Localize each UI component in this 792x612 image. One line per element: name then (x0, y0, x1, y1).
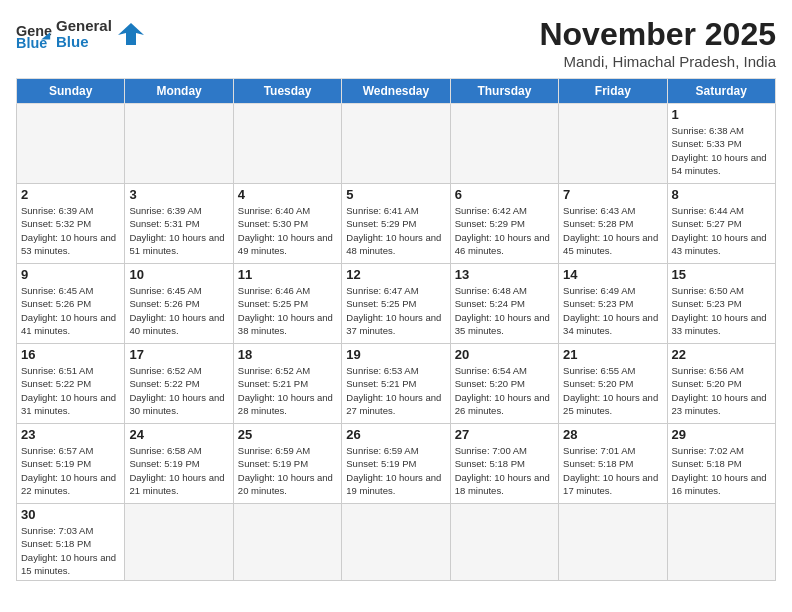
calendar-cell: 30Sunrise: 7:03 AMSunset: 5:18 PMDayligh… (17, 504, 125, 581)
calendar-cell: 16Sunrise: 6:51 AMSunset: 5:22 PMDayligh… (17, 344, 125, 424)
calendar-cell (450, 104, 558, 184)
day-info: Sunrise: 6:39 AMSunset: 5:31 PMDaylight:… (129, 204, 228, 257)
calendar-cell (125, 504, 233, 581)
day-info: Sunrise: 6:54 AMSunset: 5:20 PMDaylight:… (455, 364, 554, 417)
calendar-cell (667, 504, 775, 581)
day-number: 30 (21, 507, 120, 522)
day-number: 8 (672, 187, 771, 202)
day-info: Sunrise: 6:59 AMSunset: 5:19 PMDaylight:… (346, 444, 445, 497)
calendar-cell: 5Sunrise: 6:41 AMSunset: 5:29 PMDaylight… (342, 184, 450, 264)
logo-general: General (56, 18, 112, 35)
weekday-header-tuesday: Tuesday (233, 79, 341, 104)
calendar-cell: 6Sunrise: 6:42 AMSunset: 5:29 PMDaylight… (450, 184, 558, 264)
calendar-cell: 7Sunrise: 6:43 AMSunset: 5:28 PMDaylight… (559, 184, 667, 264)
calendar-cell: 27Sunrise: 7:00 AMSunset: 5:18 PMDayligh… (450, 424, 558, 504)
calendar-week-1: 1Sunrise: 6:38 AMSunset: 5:33 PMDaylight… (17, 104, 776, 184)
calendar-cell: 26Sunrise: 6:59 AMSunset: 5:19 PMDayligh… (342, 424, 450, 504)
calendar-cell: 20Sunrise: 6:54 AMSunset: 5:20 PMDayligh… (450, 344, 558, 424)
calendar-cell (125, 104, 233, 184)
title-block: November 2025 Mandi, Himachal Pradesh, I… (539, 16, 776, 70)
weekday-header-wednesday: Wednesday (342, 79, 450, 104)
day-info: Sunrise: 6:45 AMSunset: 5:26 PMDaylight:… (129, 284, 228, 337)
day-number: 4 (238, 187, 337, 202)
day-number: 22 (672, 347, 771, 362)
calendar-cell (342, 504, 450, 581)
calendar-cell: 14Sunrise: 6:49 AMSunset: 5:23 PMDayligh… (559, 264, 667, 344)
day-number: 29 (672, 427, 771, 442)
day-info: Sunrise: 6:49 AMSunset: 5:23 PMDaylight:… (563, 284, 662, 337)
day-number: 17 (129, 347, 228, 362)
header: General Blue General Blue November 2025 … (16, 16, 776, 70)
weekday-header-row: SundayMondayTuesdayWednesdayThursdayFrid… (17, 79, 776, 104)
calendar-cell: 8Sunrise: 6:44 AMSunset: 5:27 PMDaylight… (667, 184, 775, 264)
calendar-cell (17, 104, 125, 184)
day-number: 12 (346, 267, 445, 282)
weekday-header-sunday: Sunday (17, 79, 125, 104)
logo: General Blue General Blue (16, 16, 146, 52)
calendar-cell (450, 504, 558, 581)
calendar-week-3: 9Sunrise: 6:45 AMSunset: 5:26 PMDaylight… (17, 264, 776, 344)
day-info: Sunrise: 6:50 AMSunset: 5:23 PMDaylight:… (672, 284, 771, 337)
day-info: Sunrise: 6:38 AMSunset: 5:33 PMDaylight:… (672, 124, 771, 177)
day-number: 13 (455, 267, 554, 282)
day-info: Sunrise: 6:51 AMSunset: 5:22 PMDaylight:… (21, 364, 120, 417)
day-info: Sunrise: 6:59 AMSunset: 5:19 PMDaylight:… (238, 444, 337, 497)
day-number: 3 (129, 187, 228, 202)
day-number: 16 (21, 347, 120, 362)
day-number: 21 (563, 347, 662, 362)
calendar-body: 1Sunrise: 6:38 AMSunset: 5:33 PMDaylight… (17, 104, 776, 581)
calendar-cell: 23Sunrise: 6:57 AMSunset: 5:19 PMDayligh… (17, 424, 125, 504)
day-info: Sunrise: 6:44 AMSunset: 5:27 PMDaylight:… (672, 204, 771, 257)
calendar-cell: 9Sunrise: 6:45 AMSunset: 5:26 PMDaylight… (17, 264, 125, 344)
calendar-cell: 18Sunrise: 6:52 AMSunset: 5:21 PMDayligh… (233, 344, 341, 424)
day-number: 27 (455, 427, 554, 442)
day-info: Sunrise: 7:02 AMSunset: 5:18 PMDaylight:… (672, 444, 771, 497)
day-info: Sunrise: 6:39 AMSunset: 5:32 PMDaylight:… (21, 204, 120, 257)
day-info: Sunrise: 7:01 AMSunset: 5:18 PMDaylight:… (563, 444, 662, 497)
svg-text:Blue: Blue (16, 35, 47, 51)
calendar-cell: 3Sunrise: 6:39 AMSunset: 5:31 PMDaylight… (125, 184, 233, 264)
calendar-cell: 2Sunrise: 6:39 AMSunset: 5:32 PMDaylight… (17, 184, 125, 264)
day-number: 15 (672, 267, 771, 282)
calendar-cell: 1Sunrise: 6:38 AMSunset: 5:33 PMDaylight… (667, 104, 775, 184)
logo-blue: Blue (56, 34, 112, 51)
day-info: Sunrise: 6:47 AMSunset: 5:25 PMDaylight:… (346, 284, 445, 337)
day-number: 28 (563, 427, 662, 442)
day-info: Sunrise: 7:00 AMSunset: 5:18 PMDaylight:… (455, 444, 554, 497)
svg-marker-3 (118, 23, 144, 45)
day-number: 20 (455, 347, 554, 362)
day-info: Sunrise: 6:42 AMSunset: 5:29 PMDaylight:… (455, 204, 554, 257)
day-info: Sunrise: 6:53 AMSunset: 5:21 PMDaylight:… (346, 364, 445, 417)
day-info: Sunrise: 6:45 AMSunset: 5:26 PMDaylight:… (21, 284, 120, 337)
day-number: 25 (238, 427, 337, 442)
day-number: 10 (129, 267, 228, 282)
location-title: Mandi, Himachal Pradesh, India (539, 53, 776, 70)
weekday-header-saturday: Saturday (667, 79, 775, 104)
day-number: 7 (563, 187, 662, 202)
calendar-cell: 13Sunrise: 6:48 AMSunset: 5:24 PMDayligh… (450, 264, 558, 344)
day-number: 14 (563, 267, 662, 282)
day-info: Sunrise: 6:46 AMSunset: 5:25 PMDaylight:… (238, 284, 337, 337)
calendar-week-2: 2Sunrise: 6:39 AMSunset: 5:32 PMDaylight… (17, 184, 776, 264)
day-number: 11 (238, 267, 337, 282)
day-info: Sunrise: 6:52 AMSunset: 5:21 PMDaylight:… (238, 364, 337, 417)
calendar-cell: 12Sunrise: 6:47 AMSunset: 5:25 PMDayligh… (342, 264, 450, 344)
calendar-cell: 11Sunrise: 6:46 AMSunset: 5:25 PMDayligh… (233, 264, 341, 344)
calendar-cell (233, 104, 341, 184)
weekday-header-thursday: Thursday (450, 79, 558, 104)
month-title: November 2025 (539, 16, 776, 53)
day-info: Sunrise: 6:57 AMSunset: 5:19 PMDaylight:… (21, 444, 120, 497)
calendar-cell (233, 504, 341, 581)
calendar-cell: 15Sunrise: 6:50 AMSunset: 5:23 PMDayligh… (667, 264, 775, 344)
day-number: 1 (672, 107, 771, 122)
day-number: 26 (346, 427, 445, 442)
calendar-week-6: 30Sunrise: 7:03 AMSunset: 5:18 PMDayligh… (17, 504, 776, 581)
day-number: 24 (129, 427, 228, 442)
day-number: 19 (346, 347, 445, 362)
calendar-cell: 25Sunrise: 6:59 AMSunset: 5:19 PMDayligh… (233, 424, 341, 504)
calendar-cell: 19Sunrise: 6:53 AMSunset: 5:21 PMDayligh… (342, 344, 450, 424)
calendar-cell: 4Sunrise: 6:40 AMSunset: 5:30 PMDaylight… (233, 184, 341, 264)
calendar-cell: 28Sunrise: 7:01 AMSunset: 5:18 PMDayligh… (559, 424, 667, 504)
day-info: Sunrise: 6:41 AMSunset: 5:29 PMDaylight:… (346, 204, 445, 257)
calendar-cell: 29Sunrise: 7:02 AMSunset: 5:18 PMDayligh… (667, 424, 775, 504)
